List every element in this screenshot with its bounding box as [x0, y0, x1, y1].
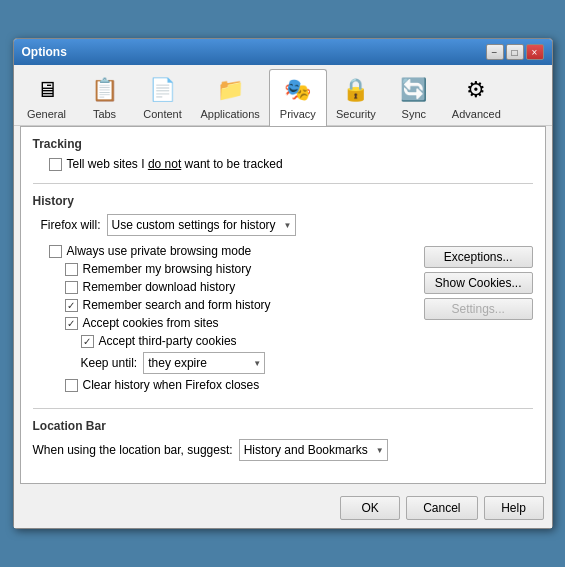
third-party-label: Accept third-party cookies: [99, 334, 237, 348]
accept-cookies-label: Accept cookies from sites: [83, 316, 219, 330]
tracking-checkbox[interactable]: [49, 158, 62, 171]
tab-applications-label: Applications: [201, 108, 260, 120]
tab-advanced[interactable]: ⚙ Advanced: [443, 69, 510, 126]
clear-history-label: Clear history when Firefox closes: [83, 378, 260, 392]
keep-until-row: Keep until: they expire I close Firefox …: [33, 352, 416, 374]
tab-general[interactable]: 🖥 General: [18, 69, 76, 126]
tab-sync-label: Sync: [402, 108, 426, 120]
help-button[interactable]: Help: [484, 496, 544, 520]
download-history-checkbox[interactable]: [65, 281, 78, 294]
download-history-label: Remember download history: [83, 280, 236, 294]
history-title: History: [33, 194, 533, 208]
tab-applications[interactable]: 📁 Applications: [192, 69, 269, 126]
suggest-dropdown-wrap: History and Bookmarks History Bookmarks …: [239, 439, 388, 461]
third-party-row: Accept third-party cookies: [33, 334, 416, 348]
minimize-button[interactable]: −: [486, 44, 504, 60]
accept-cookies-row: Accept cookies from sites: [33, 316, 416, 330]
third-party-checkbox[interactable]: [81, 335, 94, 348]
exceptions-button[interactable]: Exceptions...: [424, 246, 533, 268]
tab-privacy-label: Privacy: [280, 108, 316, 120]
download-history-row: Remember download history: [33, 280, 416, 294]
suggest-label: When using the location bar, suggest:: [33, 443, 233, 457]
clear-history-row: Clear history when Firefox closes: [33, 378, 416, 392]
browsing-history-checkbox[interactable]: [65, 263, 78, 276]
divider-1: [33, 183, 533, 184]
close-button[interactable]: ×: [526, 44, 544, 60]
tab-bar: 🖥 General 📋 Tabs 📄 Content 📁 Application…: [14, 65, 552, 126]
keep-until-label: Keep until:: [81, 356, 138, 370]
history-dropdown-wrap: Use custom settings for history Remember…: [107, 214, 296, 236]
tracking-title: Tracking: [33, 137, 533, 151]
history-dropdown[interactable]: Use custom settings for history Remember…: [107, 214, 296, 236]
title-bar: Options − □ ×: [14, 39, 552, 65]
security-icon: 🔒: [340, 74, 372, 106]
tab-security[interactable]: 🔒 Security: [327, 69, 385, 126]
options-window: Options − □ × 🖥 General 📋 Tabs 📄 Content…: [13, 38, 553, 529]
search-history-row: Remember search and form history: [33, 298, 416, 312]
search-history-checkbox[interactable]: [65, 299, 78, 312]
location-bar-section: Location Bar When using the location bar…: [33, 419, 533, 461]
window-title: Options: [22, 45, 67, 59]
tab-tabs-label: Tabs: [93, 108, 116, 120]
ok-button[interactable]: OK: [340, 496, 400, 520]
tab-security-label: Security: [336, 108, 376, 120]
clear-history-checkbox[interactable]: [65, 379, 78, 392]
applications-icon: 📁: [214, 74, 246, 106]
privacy-icon: 🎭: [282, 74, 314, 106]
sync-icon: 🔄: [398, 74, 430, 106]
tab-advanced-label: Advanced: [452, 108, 501, 120]
tracking-row: Tell web sites I do not want to be track…: [33, 157, 533, 171]
firefox-will-row: Firefox will: Use custom settings for hi…: [33, 214, 533, 236]
location-bar-title: Location Bar: [33, 419, 533, 433]
private-browsing-row: Always use private browsing mode: [33, 244, 416, 258]
tabs-icon: 📋: [89, 74, 121, 106]
suggest-dropdown[interactable]: History and Bookmarks History Bookmarks …: [239, 439, 388, 461]
keep-until-dropdown[interactable]: they expire I close Firefox ask me every…: [143, 352, 265, 374]
keep-until-dropdown-wrap: they expire I close Firefox ask me every…: [143, 352, 265, 374]
tab-tabs[interactable]: 📋 Tabs: [76, 69, 134, 126]
maximize-button[interactable]: □: [506, 44, 524, 60]
footer: OK Cancel Help: [14, 490, 552, 528]
tab-sync[interactable]: 🔄 Sync: [385, 69, 443, 126]
divider-2: [33, 408, 533, 409]
general-icon: 🖥: [31, 74, 63, 106]
firefox-will-label: Firefox will:: [41, 218, 101, 232]
location-bar-row: When using the location bar, suggest: Hi…: [33, 439, 533, 461]
tab-privacy[interactable]: 🎭 Privacy: [269, 69, 327, 126]
cancel-button[interactable]: Cancel: [406, 496, 477, 520]
private-browsing-label: Always use private browsing mode: [67, 244, 252, 258]
tracking-section: Tracking Tell web sites I do not want to…: [33, 137, 533, 171]
tab-content[interactable]: 📄 Content: [134, 69, 192, 126]
browsing-history-label: Remember my browsing history: [83, 262, 252, 276]
search-history-label: Remember search and form history: [83, 298, 271, 312]
history-section: History Firefox will: Use custom setting…: [33, 194, 533, 396]
content-icon: 📄: [147, 74, 179, 106]
content-panel: Tracking Tell web sites I do not want to…: [20, 126, 546, 484]
settings-button[interactable]: Settings...: [424, 298, 533, 320]
tracking-label: Tell web sites I do not want to be track…: [67, 157, 283, 171]
right-buttons: Exceptions... Show Cookies... Settings..…: [424, 244, 533, 320]
advanced-icon: ⚙: [460, 74, 492, 106]
private-browsing-checkbox[interactable]: [49, 245, 62, 258]
browsing-history-row: Remember my browsing history: [33, 262, 416, 276]
show-cookies-button[interactable]: Show Cookies...: [424, 272, 533, 294]
accept-cookies-checkbox[interactable]: [65, 317, 78, 330]
title-bar-controls: − □ ×: [486, 44, 544, 60]
tab-content-label: Content: [143, 108, 182, 120]
tab-general-label: General: [27, 108, 66, 120]
